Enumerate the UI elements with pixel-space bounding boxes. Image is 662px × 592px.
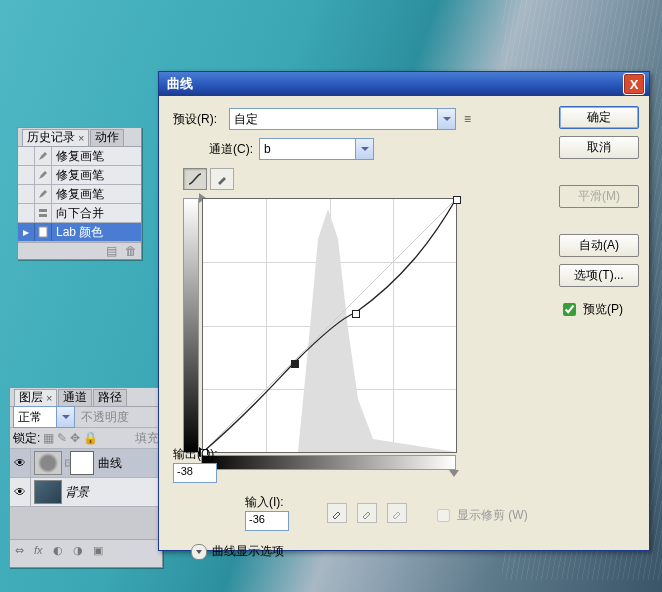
options-button[interactable]: 选项(T)... xyxy=(559,264,639,287)
curves-dialog: 曲线 X 预设(R): 自定 ≡ 通道(C): b xyxy=(158,71,650,551)
fx-icon[interactable]: fx xyxy=(34,544,43,556)
svg-rect-0 xyxy=(39,227,47,237)
ok-button[interactable]: 确定 xyxy=(559,106,639,129)
history-item[interactable]: 修复画笔 xyxy=(18,185,141,204)
white-eyedropper[interactable] xyxy=(387,503,407,523)
dialog-title: 曲线 xyxy=(167,75,193,93)
layer-row-selected[interactable]: 👁 ⌼ 曲线 xyxy=(10,449,162,478)
lock-all-icon[interactable]: 🔒 xyxy=(83,431,98,445)
layer-name[interactable]: 背景 xyxy=(65,484,89,501)
lock-move-icon[interactable]: ✥ xyxy=(70,431,80,445)
output-label: 输出(O): xyxy=(173,446,218,463)
dialog-titlebar[interactable]: 曲线 X xyxy=(159,72,649,96)
adjustment-icon[interactable]: ◑ xyxy=(73,544,83,557)
smooth-button: 平滑(M) xyxy=(559,185,639,208)
history-label: 修复画笔 xyxy=(52,167,104,184)
preset-select[interactable]: 自定 xyxy=(229,108,456,130)
trash-icon[interactable]: 🗑 xyxy=(125,244,137,258)
eyedropper-icon xyxy=(331,507,343,519)
tab-history[interactable]: 历史记录× xyxy=(22,129,89,146)
layer-thumbnail[interactable] xyxy=(34,480,62,504)
input-gradient[interactable] xyxy=(201,455,456,470)
lock-transparent-icon[interactable]: ▦ xyxy=(43,431,54,445)
visibility-toggle[interactable]: 👁 xyxy=(10,478,31,506)
mask-icon[interactable]: ◐ xyxy=(53,544,63,557)
preset-menu-icon[interactable]: ≡ xyxy=(464,112,471,126)
history-tabs: 历史记录× 动作 xyxy=(18,128,141,147)
history-item[interactable]: 修复画笔 xyxy=(18,147,141,166)
output-gradient[interactable] xyxy=(183,198,199,453)
input-field[interactable]: -36 xyxy=(245,511,289,531)
eyedropper-icon xyxy=(361,507,373,519)
chevron-down-icon xyxy=(191,544,207,560)
tab-channels[interactable]: 通道 xyxy=(58,389,92,406)
gray-eyedropper[interactable] xyxy=(357,503,377,523)
chevron-down-icon xyxy=(56,407,74,427)
history-item-selected[interactable]: ▸ Lab 颜色 xyxy=(18,223,141,242)
expand-options[interactable]: 曲线显示选项 xyxy=(191,543,639,560)
layers-tabs: 图层× 通道 路径 xyxy=(10,388,162,407)
layers-footer: ⇔ fx ◐ ◑ ▣ xyxy=(10,539,162,560)
chevron-down-icon xyxy=(437,109,455,129)
layer-row[interactable]: 👁 背景 xyxy=(10,478,162,507)
brush-icon xyxy=(37,169,49,181)
tab-paths[interactable]: 路径 xyxy=(93,389,127,406)
brush-icon xyxy=(37,188,49,200)
curve-point-selected[interactable] xyxy=(291,360,299,368)
lock-pixels-icon[interactable]: ✎ xyxy=(57,431,67,445)
close-icon[interactable]: × xyxy=(46,392,52,404)
preview-label: 预览(P) xyxy=(583,301,623,318)
close-button[interactable]: X xyxy=(623,73,645,95)
black-eyedropper[interactable] xyxy=(327,503,347,523)
preview-checkbox[interactable]: 预览(P) xyxy=(559,300,639,319)
folder-icon[interactable]: ▣ xyxy=(93,544,103,557)
layer-mask[interactable] xyxy=(70,451,94,475)
close-icon[interactable]: × xyxy=(78,132,84,144)
curve-point[interactable] xyxy=(453,196,461,204)
history-label: 修复画笔 xyxy=(52,186,104,203)
curve-path xyxy=(203,199,456,452)
tab-actions[interactable]: 动作 xyxy=(90,129,124,146)
document-icon xyxy=(37,226,49,238)
link-layers-icon[interactable]: ⇔ xyxy=(15,544,24,557)
input-label: 输入(I): xyxy=(245,494,289,511)
new-icon[interactable]: ▤ xyxy=(106,244,117,258)
layer-thumbnail[interactable] xyxy=(34,451,62,475)
merge-icon xyxy=(37,207,49,219)
show-clipping-label: 显示修剪 (W) xyxy=(457,507,528,524)
tab-layers[interactable]: 图层× xyxy=(14,389,57,406)
output-field[interactable]: -38 xyxy=(173,463,217,483)
auto-button[interactable]: 自动(A) xyxy=(559,234,639,257)
chevron-down-icon xyxy=(355,139,373,159)
blend-mode-select[interactable]: 正常 xyxy=(13,406,75,428)
eyedropper-icon xyxy=(391,507,403,519)
history-item[interactable]: 修复画笔 xyxy=(18,166,141,185)
svg-line-1 xyxy=(203,199,456,452)
lock-label: 锁定: xyxy=(13,430,40,447)
pencil-icon xyxy=(216,173,228,185)
preset-label: 预设(R): xyxy=(173,111,229,128)
history-label: Lab 颜色 xyxy=(52,224,103,241)
curve-tool-button[interactable] xyxy=(183,168,207,190)
history-footer: ▤ 🗑 xyxy=(18,242,141,259)
channel-select[interactable]: b xyxy=(259,138,374,160)
expand-label: 曲线显示选项 xyxy=(212,543,284,560)
channel-label: 通道(C): xyxy=(209,141,259,158)
visibility-toggle[interactable]: 👁 xyxy=(10,449,31,477)
layer-name[interactable]: 曲线 xyxy=(98,455,122,472)
show-clipping-checkbox[interactable]: 显示修剪 (W) xyxy=(433,506,528,525)
history-item[interactable]: 向下合并 xyxy=(18,204,141,223)
opacity-label: 不透明度 xyxy=(81,409,129,426)
cancel-button[interactable]: 取消 xyxy=(559,136,639,159)
fill-label: 填充 xyxy=(135,430,159,447)
layers-panel: 图层× 通道 路径 正常 不透明度 锁定: ▦ ✎ ✥ 🔒 填充 👁 ⌼ 曲线 … xyxy=(9,387,163,568)
history-panel: 历史记录× 动作 修复画笔 修复画笔 修复画笔 向下合并 ▸ Lab 颜色 ▤ … xyxy=(17,127,142,260)
curve-grid[interactable] xyxy=(202,198,457,453)
curve-icon xyxy=(188,173,202,185)
curve-point[interactable] xyxy=(352,310,360,318)
pencil-tool-button[interactable] xyxy=(210,168,234,190)
brush-icon xyxy=(37,150,49,162)
history-label: 修复画笔 xyxy=(52,148,104,165)
history-label: 向下合并 xyxy=(52,205,104,222)
white-slider[interactable] xyxy=(449,470,459,482)
